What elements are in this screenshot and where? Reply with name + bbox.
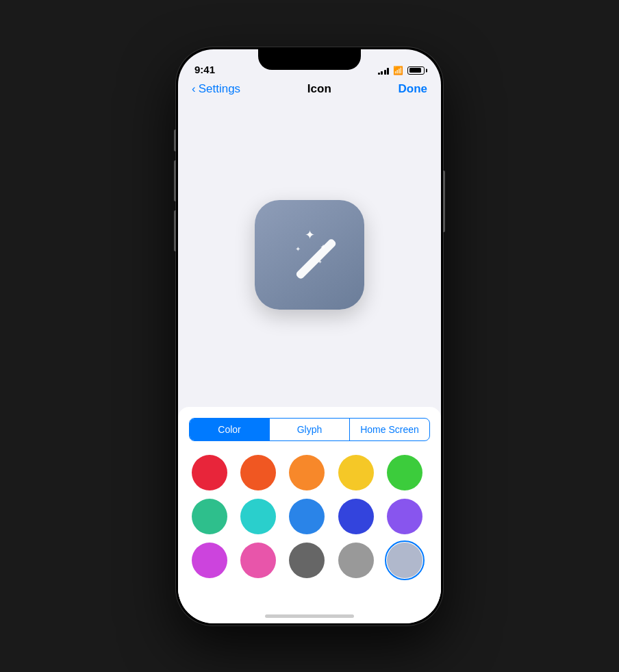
svg-text:✦: ✦ — [295, 245, 301, 253]
back-button[interactable]: ‹ Settings — [192, 82, 240, 96]
color-swatch-purple[interactable] — [387, 499, 422, 534]
app-icon-preview: ✦ ✦ ✦ ✦ — [255, 200, 364, 310]
signal-bar-1 — [378, 73, 380, 75]
volume-up-button[interactable] — [174, 129, 176, 151]
notch — [258, 49, 361, 70]
phone-screen: 9:41 📶 ‹ Settings Icon Done — [178, 49, 441, 623]
navigation-bar: ‹ Settings Icon Done — [178, 79, 441, 103]
volume-down-button[interactable] — [174, 160, 176, 201]
wifi-icon: 📶 — [393, 66, 403, 75]
signal-bar-3 — [384, 70, 386, 75]
home-bar — [265, 614, 354, 618]
color-swatch-red[interactable] — [192, 455, 227, 490]
chevron-left-icon: ‹ — [192, 82, 196, 96]
main-content: ✦ ✦ ✦ ✦ Color Glyph Home Screen — [178, 103, 441, 610]
color-swatch-orange[interactable] — [289, 455, 325, 490]
color-swatch-medium-gray[interactable] — [338, 543, 374, 578]
tab-homescreen[interactable]: Home Screen — [350, 419, 429, 440]
color-swatch-dark-gray[interactable] — [289, 543, 325, 578]
mute-button[interactable] — [174, 210, 176, 251]
signal-bar-2 — [381, 71, 383, 75]
phone-frame: 9:41 📶 ‹ Settings Icon Done — [176, 47, 443, 625]
battery-fill — [409, 68, 421, 73]
color-swatch-blue[interactable] — [289, 499, 325, 534]
color-swatch-light-blue-gray[interactable] — [387, 543, 422, 578]
color-swatch-green[interactable] — [387, 455, 422, 490]
color-swatch-indigo[interactable] — [338, 499, 374, 534]
back-label: Settings — [199, 82, 240, 96]
magic-wand-icon: ✦ ✦ ✦ ✦ — [272, 217, 347, 293]
tab-glyph[interactable]: Glyph — [270, 419, 350, 440]
color-swatch-yellow[interactable] — [338, 455, 374, 490]
svg-text:✦: ✦ — [318, 259, 323, 265]
status-icons: 📶 — [378, 66, 425, 75]
color-grid — [189, 455, 430, 578]
power-button[interactable] — [443, 171, 445, 232]
svg-rect-0 — [295, 238, 338, 280]
segmented-control: Color Glyph Home Screen — [189, 418, 430, 441]
icon-preview-area: ✦ ✦ ✦ ✦ — [178, 103, 441, 407]
signal-icon — [378, 66, 390, 75]
bottom-panel: Color Glyph Home Screen — [178, 407, 441, 610]
done-button[interactable]: Done — [399, 82, 428, 96]
svg-text:✦: ✦ — [320, 242, 327, 252]
svg-text:✦: ✦ — [305, 228, 315, 242]
page-title: Icon — [307, 82, 331, 96]
status-time: 9:41 — [194, 64, 215, 75]
color-swatch-pink[interactable] — [240, 543, 276, 578]
color-swatch-magenta[interactable] — [192, 543, 227, 578]
color-swatch-teal-green[interactable] — [192, 499, 227, 534]
tab-color[interactable]: Color — [190, 419, 270, 440]
battery-icon — [407, 66, 425, 75]
color-swatch-teal[interactable] — [240, 499, 276, 534]
color-swatch-orange-red[interactable] — [240, 455, 276, 490]
signal-bar-4 — [387, 68, 389, 75]
home-indicator — [178, 610, 441, 623]
